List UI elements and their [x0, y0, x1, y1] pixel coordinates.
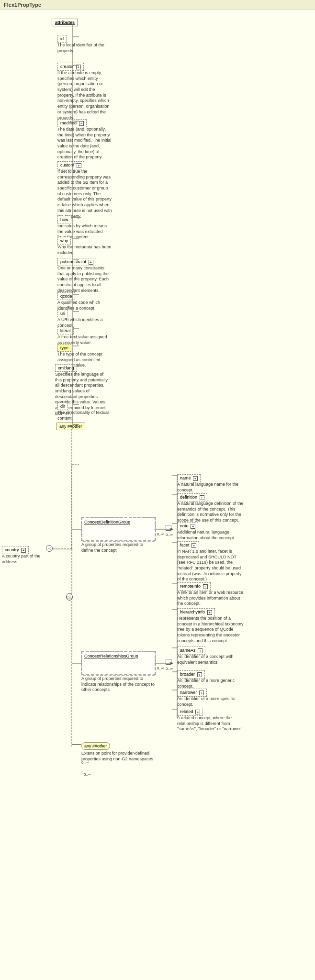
country-box: country + — [2, 546, 29, 554]
definition-label: definition — [180, 495, 197, 500]
custom-box: custom + — [57, 161, 84, 169]
creator-plus[interactable]: + — [76, 65, 81, 69]
xmllang-box: xml:lang — [55, 364, 77, 372]
literal-box: literal — [57, 327, 74, 334]
remoteinfo-box: remoteInfo + — [177, 582, 211, 590]
hierarchyinfo-label: hierarchyInfo — [180, 610, 205, 614]
related-label: related — [180, 709, 193, 714]
related-desc: A related concept, where the relationshi… — [177, 715, 244, 732]
broader-label: broader — [180, 672, 195, 677]
narrower-label: narrower — [180, 690, 197, 695]
xmllang-label: xml:lang — [58, 366, 74, 370]
how-label: how — [60, 217, 68, 222]
modified-plus[interactable]: + — [79, 121, 84, 126]
name-plus[interactable]: + — [193, 476, 198, 481]
facet-plus[interactable]: + — [191, 543, 196, 548]
why-desc: Why the metadata has been included. — [57, 245, 112, 256]
name-box: name + — [177, 474, 201, 482]
broader-plus[interactable]: + — [197, 672, 202, 677]
remoteinfo-desc: A link to an item or a web resource whic… — [177, 590, 244, 607]
modified-label: modified — [60, 121, 77, 125]
pubconstraint-plus[interactable]: + — [89, 260, 93, 265]
modified-desc: The date (and, optionally, the time) whe… — [57, 127, 112, 160]
country-connector: ◁ — [46, 545, 53, 552]
dir-label: dir — [60, 404, 65, 409]
facet-label: facet — [180, 543, 190, 547]
type-label: type — [60, 345, 68, 350]
why-box: why — [57, 237, 71, 245]
how-box: how — [57, 216, 71, 223]
narrower-box: narrower + — [177, 689, 207, 697]
concept-relationships-group: ConceptRelationshipsGroup — [81, 651, 156, 675]
svg-text:0..∞: 0..∞ — [84, 772, 91, 777]
any-other1-box: any ##other — [56, 423, 85, 430]
country-plus[interactable]: + — [21, 548, 26, 553]
crel-multiplicity: 0..∞ — [166, 667, 173, 671]
sameas-label: sameAs — [180, 648, 196, 653]
cdef-connector1: → — [166, 525, 171, 531]
literal-label: literal — [60, 328, 71, 333]
connector-lines: 0..∞ 0..∞ 0..∞ ◁ — [0, 10, 315, 980]
concept-relationships-desc: A group of properties required to indica… — [81, 676, 156, 693]
custom-label: custom — [60, 163, 74, 167]
pubconstraint-desc: One or many constraints that apply to pu… — [57, 266, 112, 293]
pubconstraint-box: pubconstraint + — [57, 258, 96, 266]
creator-desc: If the attribute is empty, specifies whi… — [57, 70, 112, 121]
svg-text:0..∞: 0..∞ — [157, 666, 164, 670]
diagram-area: attributes id The local identifier of th… — [0, 10, 315, 980]
sameas-plus[interactable]: + — [198, 648, 202, 653]
narrower-plus[interactable]: + — [199, 690, 204, 695]
creator-box: creator + — [57, 63, 84, 71]
country-label: country — [5, 547, 19, 552]
name-label: name — [180, 476, 191, 480]
note-label: note — [180, 523, 189, 528]
id-label: id — [60, 36, 64, 41]
left-connector: ◁ — [66, 594, 73, 601]
hierarchyinfo-desc: Represents the position of a concept in … — [177, 616, 244, 644]
definition-plus[interactable]: + — [200, 495, 204, 500]
any-other2-multiplicity: 0..∞ — [81, 760, 89, 765]
sameas-desc: An identifier of a concept with equivale… — [177, 654, 244, 665]
page-title: Flex1PropType — [0, 0, 315, 10]
any-other2-label: any ##other — [84, 744, 107, 748]
broader-desc: An identifier of a more generic concept. — [177, 678, 244, 689]
related-box: related + — [177, 708, 203, 716]
cdef-multiplicity: 0..∞ — [166, 533, 173, 537]
dir-box: dir — [57, 402, 68, 410]
definition-desc: A natural language definition of the sem… — [177, 501, 244, 523]
facet-box: facet + — [177, 541, 199, 549]
any-other1-label: any ##other — [59, 424, 82, 429]
remoteinfo-plus[interactable]: + — [203, 584, 208, 589]
broader-box: broader + — [177, 670, 205, 679]
crel-connector1: → — [166, 659, 171, 665]
concept-relationships-label: ConceptRelationshipsGroup — [84, 654, 138, 658]
country-desc: A country part of the address. — [2, 554, 45, 565]
hierarchyinfo-plus[interactable]: + — [207, 610, 212, 615]
custom-desc: If set to true the corresponding propert… — [57, 169, 112, 219]
uri-label: uri — [60, 311, 65, 316]
any-other2-desc: Extension point for provider-defined pro… — [81, 751, 156, 762]
qcode-label: qcode — [60, 294, 72, 299]
modified-box: modified + — [57, 119, 87, 127]
concept-definition-label: ConceptDefinitionGroup — [84, 520, 130, 524]
concept-definition-group: ConceptDefinitionGroup — [81, 517, 156, 541]
note-plus[interactable]: + — [191, 524, 195, 529]
hierarchyinfo-box: hierarchyInfo + — [177, 608, 215, 616]
definition-box: definition + — [177, 493, 207, 501]
creator-label: creator — [60, 64, 74, 69]
type-box: type — [57, 344, 71, 352]
related-plus[interactable]: + — [195, 710, 200, 714]
narrower-desc: An identifier of a more specific concept… — [177, 696, 244, 707]
pubconstraint-label: pubconstraint — [60, 259, 86, 264]
any-other2-box: any ##other — [81, 742, 110, 750]
custom-plus[interactable]: + — [77, 163, 81, 168]
svg-text:0..∞: 0..∞ — [157, 532, 164, 536]
sameas-box: sameAs + — [177, 646, 205, 655]
id-desc: The local identifier of the property. — [57, 43, 112, 54]
concept-definition-desc: A group of properties required to define… — [81, 542, 156, 553]
attributes-label: attributes — [55, 20, 75, 25]
dir-desc: The directionality of textual content. — [57, 410, 112, 421]
note-box: note + — [177, 522, 198, 530]
note-desc: Additional natural language information … — [177, 530, 244, 541]
name-desc: A natural language name for the concept. — [177, 482, 244, 493]
